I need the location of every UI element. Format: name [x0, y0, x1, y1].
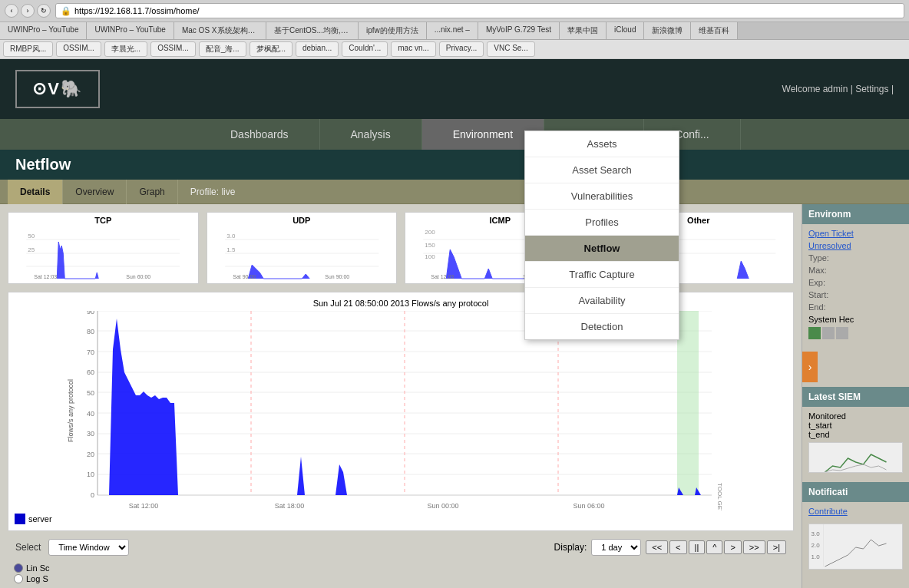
- bookmark-8[interactable]: mac vn...: [391, 41, 436, 57]
- svg-text:50: 50: [87, 389, 94, 397]
- dropdown-assets[interactable]: Assets: [525, 131, 679, 157]
- forward-button[interactable]: ›: [21, 4, 35, 18]
- system-hec-text: System Hec: [808, 315, 854, 324]
- tab-details[interactable]: Details: [8, 180, 63, 204]
- bookmark-2[interactable]: 李晨光...: [104, 41, 147, 57]
- display-label: Display:: [554, 542, 587, 553]
- pause-button[interactable]: ||: [689, 540, 706, 554]
- back-button[interactable]: ‹: [5, 4, 18, 18]
- svg-rect-52: [677, 311, 699, 495]
- svg-text:Sat 12:03: Sat 12:03: [34, 274, 57, 279]
- svg-text:0: 0: [91, 491, 94, 499]
- start-row: Start:: [808, 290, 903, 299]
- up-button[interactable]: ^: [706, 540, 722, 554]
- refresh-button[interactable]: ↻: [37, 4, 51, 18]
- open-tickets-link[interactable]: Open Ticket: [808, 229, 854, 238]
- svg-text:Sat 12:00: Sat 12:00: [129, 502, 159, 510]
- contribute-link[interactable]: Contribute: [802, 502, 909, 520]
- app-logo: ⊙V🐘: [15, 70, 100, 108]
- siem-mini-chart: [808, 442, 903, 473]
- tab-9[interactable]: 新浪微博: [644, 22, 691, 39]
- bookmark-0[interactable]: RMBP风...: [3, 41, 53, 57]
- dropdown-traffic-capture[interactable]: Traffic Capture: [525, 262, 679, 288]
- svg-text:50: 50: [28, 233, 35, 239]
- svg-text:3.0: 3.0: [811, 530, 821, 537]
- svg-text:80: 80: [87, 328, 94, 335]
- dropdown-vulnerabilities[interactable]: Vulnerabilities: [525, 183, 679, 210]
- bookmark-10[interactable]: VNC Se...: [487, 41, 534, 57]
- svg-text:Flows/s any protocol: Flows/s any protocol: [67, 379, 74, 442]
- legend-color-box: [15, 514, 25, 524]
- ssl-icon: 🔒: [61, 6, 71, 16]
- dropdown-detection[interactable]: Detection: [525, 314, 679, 339]
- dropdown-asset-search[interactable]: Asset Search: [525, 157, 679, 183]
- settings-link[interactable]: Settings: [855, 84, 888, 94]
- latest-siem-header: Latest SIEM: [802, 387, 909, 407]
- svg-text:Sun 90:00: Sun 90:00: [325, 274, 349, 279]
- tab-3[interactable]: 基于CentOS...均衡,集群分流: [266, 22, 359, 39]
- notif-mini-chart: 3.0 2.0 1.0: [808, 524, 903, 570]
- legend-label: server: [28, 514, 52, 524]
- chart-legend: server: [15, 514, 787, 524]
- tab-0[interactable]: UWINPro – YouTube: [0, 22, 87, 39]
- pagination-buttons: << < || ^ > >> >|: [646, 540, 786, 554]
- exp-label: Exp:: [808, 278, 825, 287]
- expand-arrow[interactable]: ›: [802, 352, 818, 382]
- admin-link[interactable]: admin: [823, 84, 848, 94]
- right-panel: Environm Open Ticket Unresolved Type: Ma…: [802, 204, 909, 588]
- bookmark-4[interactable]: 配音_海...: [199, 41, 246, 57]
- logo-icon: ⊙V🐘: [32, 79, 83, 99]
- tab-bar: UWINPro – YouTube UWINPro – YouTube Mac …: [0, 22, 909, 40]
- tab-4[interactable]: ipfw的使用方法: [359, 22, 427, 39]
- fast-forward-button[interactable]: >>: [743, 540, 765, 554]
- last-button[interactable]: >|: [767, 540, 786, 554]
- nav-dashboards[interactable]: Dashboards: [200, 119, 320, 150]
- tab-6[interactable]: MyVoIP G.729 Test: [478, 22, 560, 39]
- color-boxes: [808, 327, 903, 339]
- bookmark-6[interactable]: debian...: [296, 41, 339, 57]
- svg-text:Sun 00:00: Sun 00:00: [427, 502, 458, 510]
- radio-log[interactable]: Log S: [14, 574, 788, 583]
- bookmark-bar: RMBP风... OSSIM... 李晨光... OSSIM... 配音_海..…: [0, 40, 909, 59]
- start-label: Start:: [808, 290, 828, 299]
- tab-7[interactable]: 苹果中国: [560, 22, 607, 39]
- bottom-right-controls: Display: 1 day << < || ^ > >> >|: [554, 539, 786, 556]
- bookmark-7[interactable]: Couldn'...: [342, 41, 388, 57]
- page-header: Netflow: [0, 150, 909, 180]
- dropdown-availability[interactable]: Availability: [525, 288, 679, 314]
- exp-row: Exp:: [808, 278, 903, 287]
- nav-bar: Dashboards Analysis Environment Reports …: [0, 119, 909, 150]
- tab-overview[interactable]: Overview: [63, 180, 127, 204]
- tab-8[interactable]: iCloud: [607, 22, 644, 39]
- url-bar[interactable]: 🔒 https://192.168.11.7/ossim/home/: [55, 3, 904, 18]
- bookmark-1[interactable]: OSSIM...: [56, 41, 101, 57]
- tab-10[interactable]: 维基百科: [691, 22, 738, 39]
- unresolved-link[interactable]: Unresolved: [808, 241, 851, 250]
- svg-text:1.0: 1.0: [811, 553, 821, 560]
- time-window-select[interactable]: Time Window: [48, 539, 129, 556]
- svg-text:10: 10: [87, 471, 94, 478]
- type-label: Type:: [808, 253, 829, 263]
- bookmark-3[interactable]: OSSIM...: [150, 41, 196, 57]
- svg-text:Sat 12:03: Sat 12:03: [431, 274, 454, 279]
- profile-label: Profile: live: [178, 187, 236, 197]
- udp-chart-canvas: 3.0 1.5 Sat 90:00 Sun 90:00: [210, 226, 394, 280]
- tab-5[interactable]: ...nix.net –: [427, 22, 478, 39]
- next-button[interactable]: >: [724, 540, 741, 554]
- tab-graph[interactable]: Graph: [127, 180, 177, 204]
- first-button[interactable]: <<: [646, 540, 668, 554]
- dropdown-netflow[interactable]: Netflow: [525, 236, 679, 262]
- prev-button[interactable]: <: [669, 540, 686, 554]
- radio-lin[interactable]: Lin Sc: [14, 563, 788, 573]
- tab-2[interactable]: Mac OS X系统架构_百度文库: [174, 22, 266, 39]
- bottom-bar: Select Time Window Display: 1 day << < |…: [8, 534, 794, 560]
- bookmark-5[interactable]: 梦枫配...: [250, 41, 293, 57]
- tcp-chart-title: TCP: [12, 216, 195, 225]
- nav-analysis[interactable]: Analysis: [320, 119, 422, 150]
- bookmark-9[interactable]: Privacy...: [439, 41, 484, 57]
- tab-1[interactable]: UWINPro – YouTube: [87, 22, 174, 39]
- display-select[interactable]: 1 day: [591, 539, 641, 556]
- svg-text:Sun 06:00: Sun 06:00: [573, 502, 604, 510]
- dropdown-profiles[interactable]: Profiles: [525, 210, 679, 236]
- svg-text:200: 200: [425, 229, 435, 236]
